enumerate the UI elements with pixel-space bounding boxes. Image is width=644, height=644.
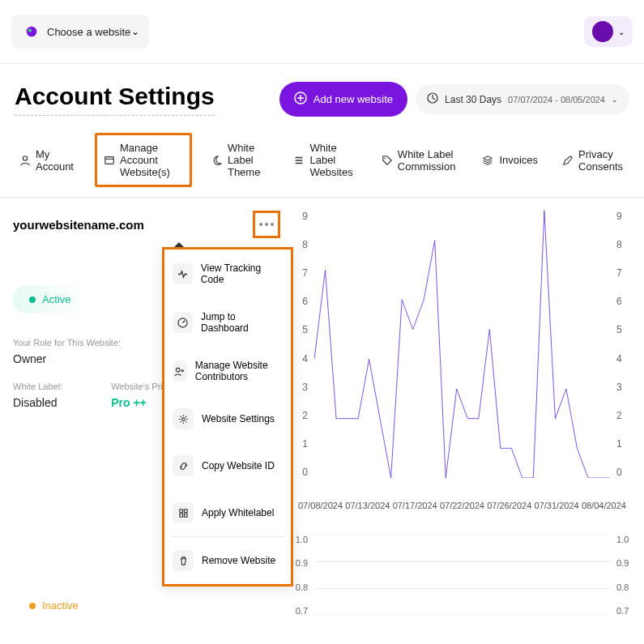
tabs: My Account Manage Account Website(s) Whi… [0,123,644,198]
status-dot-icon [29,603,36,609]
status-label: Active [42,293,70,305]
tab-label: White Label Commission [398,148,458,173]
avatar-icon [592,21,613,42]
website-actions-menu: View Tracking Code Jump to Dashboard Man… [162,247,293,586]
tab-privacy-consents[interactable]: Privacy Consents [557,145,629,176]
menu-label: View Tracking Code [201,262,283,285]
charts-panel: 9876543210 9876543210 07/08/202407/13/20… [293,211,631,632]
chart2-plot [314,535,610,616]
list-icon [293,154,305,167]
tab-label: White Label Websites [309,142,356,178]
svg-point-1 [28,29,32,32]
header-actions: Add new website Last 30 Days 07/07/2024 … [279,82,629,117]
chevron-down-icon: ⌄ [131,26,139,37]
gauge-icon [173,312,193,333]
white-label-label: White Label: [13,382,62,391]
white-label-value: Disabled [13,396,62,409]
logo-icon [24,24,39,39]
svg-point-8 [177,368,181,372]
status-dot-icon [29,296,36,303]
link-icon [173,455,194,476]
chevron-down-icon: ⌄ [618,28,625,36]
svg-rect-12 [179,514,182,517]
topbar: Choose a website ⌄ ⌄ [0,0,644,64]
svg-rect-11 [184,509,187,512]
chart-yaxis-right: 9876543210 [616,211,631,478]
tab-label: Invoices [499,154,538,166]
grid-icon [173,502,194,523]
tab-white-label-websites[interactable]: White Label Websites [288,139,361,181]
menu-label: Manage Website Contributors [195,360,283,382]
svg-rect-13 [184,514,187,517]
menu-copy-website-id[interactable]: Copy Website ID [164,442,291,489]
status-label: Inactive [42,599,79,612]
tab-my-account[interactable]: My Account [15,145,80,176]
tab-white-label-commission[interactable]: White Label Commission [377,145,463,176]
svg-point-9 [181,417,185,420]
tab-label: White Label Theme [228,142,270,178]
menu-apply-whitelabel[interactable]: Apply Whitelabel [164,489,291,536]
add-website-button[interactable]: Add new website [279,82,407,117]
moon-icon [211,154,223,167]
menu-website-settings[interactable]: Website Settings [164,395,291,442]
tab-label: My Account [36,148,75,173]
svg-point-6 [384,157,386,159]
menu-label: Apply Whitelabel [202,507,274,518]
tab-label: Privacy Consents [578,148,625,173]
page-header: Account Settings Add new website Last 30… [0,64,644,123]
pen-icon [562,154,574,167]
add-website-label: Add new website [313,93,393,105]
tab-label: Manage Account Website(s) [120,142,183,178]
visitors-chart: 9876543210 9876543210 07/08/202407/13/20… [293,211,631,510]
menu-label: Jump to Dashboard [201,311,283,334]
layers-icon [481,154,494,167]
user-icon [19,154,31,167]
user-avatar-menu[interactable]: ⌄ [584,16,633,47]
page-title: Account Settings [15,83,215,116]
site-selector-label: Choose a website [47,26,130,38]
chevron-down-icon: ⌄ [612,96,618,104]
website-actions-button[interactable] [253,211,280,238]
tab-invoices[interactable]: Invoices [476,151,543,170]
chart2-yaxis-right: 1.00.90.80.7 [616,535,631,616]
svg-rect-10 [179,509,182,512]
svg-rect-5 [105,156,114,164]
chart-xaxis: 07/08/202407/13/202407/17/202407/22/2024… [293,501,631,510]
tag-icon [382,154,393,167]
plus-circle-icon [294,92,307,107]
plan-value: Pro ++ [111,396,163,409]
user-plus-icon [173,360,187,382]
menu-arrow-icon [174,242,184,247]
svg-point-4 [23,156,27,160]
secondary-chart: 1.00.90.80.7 1.00.90.80.7 [293,535,631,632]
clock-icon [427,92,438,106]
site-selector[interactable]: Choose a website ⌄ [11,15,149,49]
menu-jump-to-dashboard[interactable]: Jump to Dashboard [164,298,291,347]
gear-icon [173,408,194,429]
chart-plot [314,211,610,478]
date-range-selector[interactable]: Last 30 Days 07/07/2024 - 08/05/2024 ⌄ [416,84,629,114]
menu-label: Website Settings [202,413,275,424]
tab-white-label-theme[interactable]: White Label Theme [207,139,275,181]
menu-label: Remove Website [202,555,275,566]
tab-manage-websites[interactable]: Manage Account Website(s) [95,133,192,187]
plan-label: Website's Pri [111,382,163,391]
pulse-icon [173,263,193,284]
svg-point-0 [27,27,37,37]
status-pill-active: Active [13,285,87,313]
window-icon [104,154,115,167]
menu-view-tracking-code[interactable]: View Tracking Code [164,249,291,298]
date-label: Last 30 Days [445,94,501,105]
website-name: yourwebsitename.com [13,218,253,232]
chart-yaxis-left: 9876543210 [293,211,308,478]
dots-icon [259,223,274,226]
chart2-yaxis-left: 1.00.90.80.7 [293,535,308,616]
status-pill-inactive: Inactive [13,591,95,620]
date-range-text: 07/07/2024 - 08/05/2024 [508,95,605,104]
website-card-inactive: Inactive [13,567,280,644]
menu-label: Copy Website ID [202,460,275,471]
menu-manage-contributors[interactable]: Manage Website Contributors [164,347,291,395]
